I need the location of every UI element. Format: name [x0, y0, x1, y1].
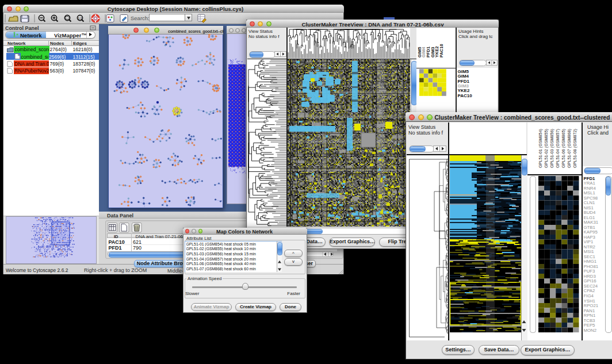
svg-text:GPL51-06 (GSM865): GPL51-06 (GSM865)	[561, 129, 566, 168]
svg-text:1:1: 1:1	[78, 17, 82, 20]
svg-text:GPL51-03 (GSM856): GPL51-03 (GSM856)	[549, 129, 554, 168]
svg-text:GPL51-01 (GSM854): GPL51-01 (GSM854)	[538, 129, 543, 168]
svg-text:GPL51-02 (GSM855): GPL51-02 (GSM855)	[544, 129, 549, 168]
svg-text:PAC10: PAC10	[439, 44, 444, 58]
svg-text:GPL51-07 (GSM868): GPL51-07 (GSM868)	[567, 129, 572, 168]
svg-text:GPL51-08 (GSM872): GPL51-08 (GSM872)	[572, 129, 577, 168]
svg-text:GPL51-04 (GSM857): GPL51-04 (GSM857)	[555, 129, 560, 168]
